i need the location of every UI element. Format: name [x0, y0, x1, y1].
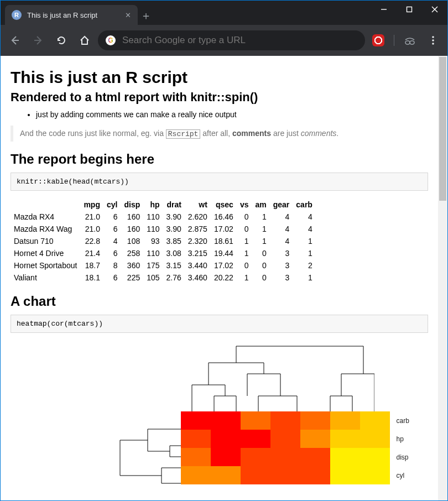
inline-code: Rscript [166, 129, 201, 139]
table-row: Datsun 71022.84108933.852.32018.611141 [11, 235, 316, 247]
row-name: Datsun 710 [11, 235, 80, 247]
heatmap-cell [211, 411, 241, 430]
window-controls [371, 1, 447, 18]
heatmap-row-label: carb [397, 411, 409, 430]
new-tab-button[interactable]: ＋ [138, 6, 154, 25]
table-header: disp [121, 199, 143, 211]
heatmap-cell [241, 448, 270, 466]
heatmap-cell [360, 448, 390, 466]
heatmap-cell [300, 411, 330, 430]
table-cell: 0 [252, 259, 270, 272]
table-cell: 1 [237, 235, 252, 247]
table-cell: 16.46 [211, 211, 237, 223]
browser-tab[interactable]: R This is just an R script ✕ [5, 5, 138, 25]
table-cell: 21.4 [80, 247, 103, 259]
table-cell: 3 [270, 272, 293, 284]
table-cell: 360 [121, 259, 143, 272]
table-cell: 8 [103, 259, 121, 272]
table-cell: 1 [252, 211, 270, 223]
home-button[interactable] [75, 30, 95, 50]
vertical-scrollbar[interactable] [438, 56, 447, 500]
heatmap-cell [241, 411, 270, 430]
table-row: Mazda RX4 Wag21.061601103.902.87517.0201… [11, 223, 316, 235]
svg-point-7 [410, 41, 414, 44]
heatmap-chart: carbhpdispcyl [65, 341, 374, 484]
address-bar[interactable]: G [98, 30, 365, 50]
heatmap-cell [211, 430, 241, 448]
table-corner [11, 199, 80, 211]
intro-list: just by adding comments we can make a re… [11, 110, 428, 119]
close-window-button[interactable] [422, 1, 447, 18]
table-cell: 160 [121, 223, 143, 235]
quote-em: comments [301, 129, 337, 138]
heatmap-cell [300, 430, 330, 448]
table-cell: 4 [270, 211, 293, 223]
table-cell: 0 [237, 223, 252, 235]
maximize-button[interactable] [397, 1, 422, 18]
heatmap-cell [330, 430, 360, 448]
table-header: hp [143, 199, 163, 211]
menu-button[interactable] [423, 30, 443, 50]
tab-strip: R This is just an R script ✕ ＋ [1, 1, 154, 25]
table-cell: 3.15 [163, 259, 185, 272]
table-cell: 110 [143, 247, 163, 259]
table-header: cyl [103, 199, 121, 211]
forward-button[interactable] [28, 30, 48, 50]
table-cell: 2.76 [163, 272, 185, 284]
page-subtitle: Rendered to a html report with knitr::sp… [11, 90, 428, 105]
table-cell: 6 [103, 247, 121, 259]
extension-adblock-button[interactable] [368, 30, 388, 50]
heatmap-cell [300, 448, 330, 466]
quote-text: And the code runs just like normal, eg. … [20, 129, 166, 138]
code-block: knitr::kable(head(mtcars)) [11, 173, 428, 191]
code-block: heatmap(cor(mtcars)) [11, 315, 428, 333]
favicon-icon: R [12, 10, 22, 20]
table-cell: 17.02 [211, 223, 237, 235]
heatmap-cell [270, 466, 300, 484]
table-cell: 2 [293, 259, 316, 272]
table-header: vs [237, 199, 252, 211]
table-cell: 0 [237, 211, 252, 223]
table-cell: 17.02 [211, 259, 237, 272]
table-cell: 4 [270, 223, 293, 235]
table-header: am [252, 199, 270, 211]
table-header: gear [270, 199, 293, 211]
table-cell: 3.85 [163, 235, 185, 247]
table-cell: 1 [293, 272, 316, 284]
table-cell: 110 [143, 223, 163, 235]
incognito-icon [404, 34, 416, 46]
table-cell: 258 [121, 247, 143, 259]
heatmap-cell [360, 466, 390, 484]
table-cell: 18.61 [211, 235, 237, 247]
table-cell: 2.320 [185, 235, 211, 247]
blockquote: And the code runs just like normal, eg. … [11, 126, 428, 142]
quote-text: are just [271, 129, 301, 138]
reload-button[interactable] [51, 30, 71, 50]
heatmap-cell [211, 448, 241, 466]
table-cell: 4 [270, 235, 293, 247]
table-row: Valiant18.162251052.763.46020.221031 [11, 272, 316, 284]
scrollbar-thumb[interactable] [439, 57, 446, 201]
table-cell: 1 [237, 272, 252, 284]
table-cell: 1 [252, 223, 270, 235]
heatmap-cell [241, 430, 270, 448]
url-input[interactable] [121, 34, 357, 46]
svg-point-11 [432, 43, 434, 45]
close-tab-icon[interactable]: ✕ [125, 11, 131, 19]
table-header: wt [185, 199, 211, 211]
maximize-icon [406, 6, 413, 13]
table-cell: 225 [121, 272, 143, 284]
section-heading-report: The report begins here [11, 152, 428, 167]
browser-toolbar: G [1, 25, 447, 56]
heatmap-cell [181, 411, 211, 430]
table-cell: 6 [103, 211, 121, 223]
minimize-button[interactable] [371, 1, 397, 18]
back-button[interactable] [5, 30, 25, 50]
table-cell: 108 [121, 235, 143, 247]
table-cell: 18.1 [80, 272, 103, 284]
search-engine-icon: G [106, 35, 116, 45]
table-header: carb [293, 199, 316, 211]
page-title: This is just an R script [11, 68, 428, 87]
table-row: Hornet 4 Drive21.462581103.083.21519.441… [11, 247, 316, 259]
profile-button[interactable] [400, 30, 420, 50]
